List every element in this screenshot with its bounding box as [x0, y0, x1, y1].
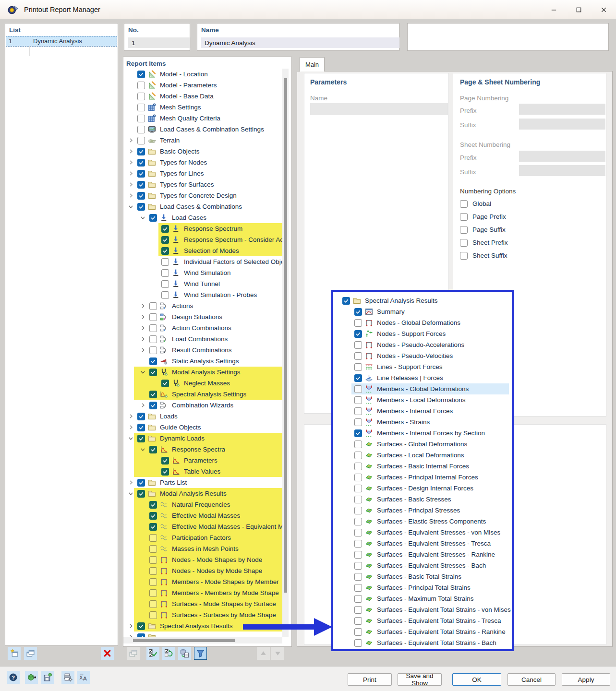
- report-item-row[interactable]: Wind Simulation - Probes: [123, 289, 282, 300]
- expand-collapse-icon[interactable]: [150, 269, 159, 277]
- item-checkbox[interactable]: [137, 170, 145, 178]
- overlay-item-row[interactable]: Nodes - Pseudo-Accelerations: [333, 339, 512, 350]
- tree-vertical-scrollbar[interactable]: [282, 69, 289, 637]
- item-checkbox[interactable]: [137, 126, 145, 133]
- item-checkbox[interactable]: [149, 523, 157, 531]
- expand-collapse-icon[interactable]: [150, 291, 159, 299]
- item-checkbox[interactable]: [354, 407, 362, 415]
- expand-collapse-icon[interactable]: [138, 214, 147, 222]
- overlay-item-row[interactable]: Surfaces - Basic Stresses: [333, 494, 512, 505]
- cancel-button[interactable]: Cancel: [507, 673, 556, 686]
- overlay-item-row[interactable]: Nodes - Global Deformations: [333, 317, 512, 328]
- item-checkbox[interactable]: [149, 545, 157, 553]
- overlay-item-row[interactable]: Surfaces - Global Deformations: [333, 439, 512, 450]
- tree-horizontal-scrollbar[interactable]: [123, 637, 282, 643]
- report-item-row[interactable]: Masses in Mesh Points: [123, 543, 282, 554]
- item-checkbox[interactable]: [354, 540, 362, 548]
- item-checkbox[interactable]: [354, 639, 362, 647]
- item-checkbox[interactable]: [354, 374, 362, 382]
- report-item-row[interactable]: Model - Parameters: [123, 80, 282, 91]
- item-checkbox[interactable]: [149, 446, 157, 453]
- numbering-option-row[interactable]: Sheet Suffix: [460, 249, 601, 262]
- tree-horizontal-scrollbar-thumb[interactable]: [133, 639, 235, 642]
- overlay-item-row[interactable]: Surfaces - Equivalent Total Strains - Ra…: [333, 626, 512, 637]
- report-item-row[interactable]: Mesh Settings: [123, 102, 282, 113]
- expand-collapse-icon[interactable]: [150, 258, 159, 266]
- item-checkbox[interactable]: [149, 589, 157, 597]
- report-item-row[interactable]: Design Situations: [123, 311, 282, 322]
- overlay-item-row[interactable]: Surfaces - Principal Internal Forces: [333, 472, 512, 483]
- apply-button[interactable]: Apply: [562, 673, 610, 686]
- overlay-item-row[interactable]: Surfaces - Equivalent Total Strains - Tr…: [333, 615, 512, 626]
- overlay-item-row[interactable]: Surfaces - Design Internal Forces: [333, 483, 512, 494]
- item-checkbox[interactable]: [354, 507, 362, 514]
- item-checkbox[interactable]: [354, 308, 362, 316]
- expand-collapse-icon[interactable]: [126, 148, 135, 155]
- expand-collapse-icon[interactable]: [138, 567, 147, 575]
- item-checkbox[interactable]: [354, 584, 362, 592]
- report-item-row[interactable]: Participation Factors: [123, 532, 282, 543]
- expand-collapse-icon[interactable]: [126, 435, 135, 442]
- item-checkbox[interactable]: [149, 512, 157, 520]
- item-checkbox[interactable]: [161, 468, 169, 476]
- overlay-item-row[interactable]: Members - Internal Forces by Section: [333, 428, 512, 439]
- report-item-row[interactable]: Wind Simulation: [123, 267, 282, 278]
- expand-collapse-icon[interactable]: [150, 457, 159, 465]
- item-checkbox[interactable]: [137, 115, 145, 122]
- report-item-row[interactable]: Model - Base Data: [123, 91, 282, 102]
- print-button[interactable]: Print: [348, 673, 392, 686]
- item-checkbox[interactable]: [354, 319, 362, 327]
- item-checkbox[interactable]: [137, 435, 145, 442]
- item-checkbox[interactable]: [149, 313, 157, 321]
- item-checkbox[interactable]: [137, 82, 145, 89]
- item-checkbox[interactable]: [354, 595, 362, 603]
- expand-collapse-icon[interactable]: [126, 115, 135, 122]
- item-checkbox[interactable]: [149, 335, 157, 343]
- report-item-row[interactable]: Modal Analysis Results: [123, 488, 282, 499]
- save-and-show-button[interactable]: Save and Show: [398, 673, 442, 686]
- item-checkbox[interactable]: [137, 490, 145, 498]
- display-settings-button[interactable]: [25, 671, 38, 684]
- page-prefix-field[interactable]: [519, 104, 605, 115]
- option-checkbox[interactable]: [460, 213, 468, 221]
- maximize-button[interactable]: [566, 0, 591, 19]
- expand-collapse-icon[interactable]: [126, 479, 135, 487]
- item-checkbox[interactable]: [149, 578, 157, 586]
- close-button[interactable]: [591, 0, 616, 19]
- item-checkbox[interactable]: [354, 518, 362, 525]
- expand-collapse-icon[interactable]: [150, 236, 159, 244]
- report-item-row[interactable]: Mesh Quality Criteria: [123, 113, 282, 124]
- item-checkbox[interactable]: [354, 562, 362, 570]
- item-checkbox[interactable]: [161, 457, 169, 465]
- expand-collapse-icon[interactable]: [138, 523, 147, 531]
- item-checkbox[interactable]: [354, 529, 362, 536]
- option-checkbox[interactable]: [460, 226, 468, 234]
- numbering-option-row[interactable]: Page Suffix: [460, 223, 601, 236]
- item-checkbox[interactable]: [354, 474, 362, 481]
- expand-collapse-icon[interactable]: [138, 556, 147, 564]
- save-defaults-button[interactable]: [41, 671, 54, 684]
- item-checkbox[interactable]: [137, 203, 145, 211]
- item-checkbox[interactable]: [354, 628, 362, 636]
- expand-collapse-icon[interactable]: [138, 369, 147, 376]
- report-item-row[interactable]: Actions: [123, 300, 282, 311]
- expand-collapse-icon[interactable]: [126, 192, 135, 200]
- report-item-row[interactable]: Load Cases & Combination Settings: [123, 124, 282, 135]
- item-checkbox[interactable]: [137, 104, 145, 111]
- overlay-item-row[interactable]: Line Releases | Forces: [333, 372, 512, 383]
- expand-collapse-icon[interactable]: [138, 357, 147, 365]
- expand-collapse-icon[interactable]: [138, 391, 147, 398]
- expand-collapse-icon[interactable]: [126, 126, 135, 133]
- item-checkbox[interactable]: [354, 463, 362, 470]
- item-checkbox[interactable]: [137, 93, 145, 100]
- minimize-button[interactable]: [541, 0, 566, 19]
- expand-collapse-icon[interactable]: [138, 578, 147, 586]
- new-report-button[interactable]: [8, 647, 21, 660]
- item-checkbox[interactable]: [161, 291, 169, 299]
- expand-collapse-icon[interactable]: [138, 313, 147, 321]
- option-checkbox[interactable]: [460, 239, 468, 247]
- overlay-item-row[interactable]: Surfaces - Local Deformations: [333, 450, 512, 461]
- report-item-row[interactable]: Action Combinations: [123, 322, 282, 334]
- item-checkbox[interactable]: [137, 71, 145, 78]
- report-item-row[interactable]: Response Spectra: [123, 444, 282, 455]
